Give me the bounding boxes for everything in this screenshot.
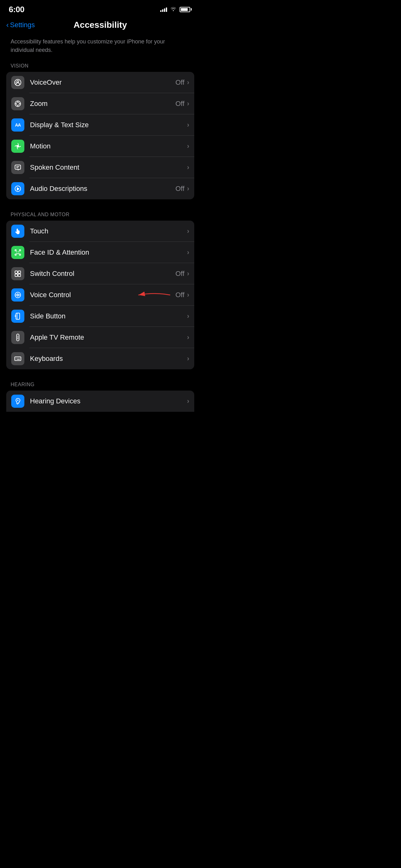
keyboards-chevron-icon: › bbox=[187, 354, 189, 363]
spoken-content-row[interactable]: Spoken Content › bbox=[6, 157, 194, 178]
back-label: Settings bbox=[10, 21, 35, 29]
side-button-label: Side Button bbox=[30, 312, 187, 320]
hearing-group: Hearing Devices › bbox=[6, 391, 194, 412]
voiceover-row[interactable]: VoiceOver Off › bbox=[6, 72, 194, 93]
svg-rect-13 bbox=[20, 250, 21, 251]
touch-label: Touch bbox=[30, 227, 187, 235]
svg-rect-18 bbox=[15, 271, 18, 273]
motion-icon bbox=[11, 140, 24, 153]
section-header-physical-motor: PHYSICAL AND MOTOR bbox=[6, 212, 194, 221]
zoom-row[interactable]: Zoom Off › bbox=[6, 93, 194, 114]
content: Accessibility features help you customiz… bbox=[0, 35, 201, 412]
svg-rect-29 bbox=[15, 357, 21, 361]
apple-tv-remote-label: Apple TV Remote bbox=[30, 333, 187, 342]
battery-icon bbox=[179, 7, 192, 12]
voiceover-icon bbox=[11, 76, 24, 89]
apple-tv-remote-icon bbox=[11, 331, 24, 344]
touch-row[interactable]: Touch › bbox=[6, 221, 194, 242]
voice-control-label: Voice Control bbox=[30, 291, 136, 299]
face-id-row[interactable]: Face ID & Attention › bbox=[6, 242, 194, 263]
switch-control-chevron-icon: › bbox=[187, 270, 189, 278]
zoom-chevron-icon: › bbox=[187, 100, 189, 108]
svg-point-1 bbox=[17, 81, 19, 83]
vision-group: VoiceOver Off › Zoom Off › bbox=[6, 72, 194, 199]
accessibility-description: Accessibility features help you customiz… bbox=[6, 35, 194, 63]
hearing-devices-row[interactable]: Hearing Devices › bbox=[6, 391, 194, 412]
touch-chevron-icon: › bbox=[187, 227, 189, 235]
svg-rect-10 bbox=[15, 165, 21, 169]
svg-point-4 bbox=[16, 102, 20, 105]
spoken-content-icon bbox=[11, 161, 24, 174]
voice-control-chevron-icon: › bbox=[187, 291, 189, 299]
display-text-size-row[interactable]: AA Display & Text Size › bbox=[6, 114, 194, 135]
motion-row[interactable]: Motion › bbox=[6, 135, 194, 157]
section-header-hearing: HEARING bbox=[6, 382, 194, 391]
motion-chevron-icon: › bbox=[187, 142, 189, 150]
face-id-icon bbox=[11, 246, 24, 259]
spoken-content-label: Spoken Content bbox=[30, 163, 187, 172]
side-button-chevron-icon: › bbox=[187, 312, 189, 320]
svg-point-2 bbox=[15, 82, 16, 83]
audio-descriptions-label: Audio Descriptions bbox=[30, 185, 175, 193]
voiceover-chevron-icon: › bbox=[187, 79, 189, 87]
back-button[interactable]: ‹ Settings bbox=[6, 21, 35, 29]
switch-control-icon bbox=[11, 267, 24, 280]
voice-control-icon bbox=[11, 288, 24, 302]
face-id-label: Face ID & Attention bbox=[30, 248, 187, 256]
svg-point-36 bbox=[17, 400, 19, 401]
section-header-vision: VISION bbox=[6, 63, 194, 72]
side-button-icon bbox=[11, 310, 24, 323]
apple-tv-remote-row[interactable]: Apple TV Remote › bbox=[6, 327, 194, 348]
red-arrow-annotation bbox=[136, 290, 173, 299]
display-text-size-chevron-icon: › bbox=[187, 121, 189, 129]
keyboards-icon bbox=[11, 352, 24, 365]
touch-icon bbox=[11, 225, 24, 238]
page-title: Accessibility bbox=[73, 20, 127, 30]
voiceover-value: Off bbox=[175, 79, 185, 87]
svg-rect-24 bbox=[16, 313, 20, 319]
svg-rect-21 bbox=[18, 274, 21, 277]
svg-point-27 bbox=[18, 336, 19, 337]
face-id-chevron-icon: › bbox=[187, 248, 189, 256]
audio-descriptions-value: Off bbox=[175, 185, 185, 193]
audio-descriptions-row[interactable]: Audio Descriptions Off › bbox=[6, 178, 194, 199]
display-text-size-icon: AA bbox=[11, 118, 24, 131]
hearing-devices-label: Hearing Devices bbox=[30, 397, 187, 405]
nav-header: ‹ Settings Accessibility bbox=[0, 17, 201, 35]
motion-label: Motion bbox=[30, 142, 187, 150]
apple-tv-remote-chevron-icon: › bbox=[187, 333, 189, 342]
svg-rect-15 bbox=[20, 254, 21, 255]
svg-rect-12 bbox=[15, 250, 16, 251]
side-button-row[interactable]: Side Button › bbox=[6, 306, 194, 327]
spoken-content-chevron-icon: › bbox=[187, 163, 189, 172]
switch-control-label: Switch Control bbox=[30, 270, 175, 278]
status-bar: 6:00 bbox=[0, 0, 201, 17]
svg-rect-14 bbox=[15, 254, 16, 255]
svg-point-17 bbox=[19, 251, 20, 252]
signal-icon bbox=[160, 7, 167, 12]
hearing-devices-icon bbox=[11, 395, 24, 408]
display-text-size-label: Display & Text Size bbox=[30, 121, 187, 129]
svg-rect-20 bbox=[15, 274, 18, 277]
wifi-icon bbox=[170, 6, 176, 12]
physical-motor-group: Touch › Face ID & Attention › bbox=[6, 221, 194, 369]
svg-point-16 bbox=[16, 251, 18, 252]
status-icons bbox=[160, 6, 192, 12]
zoom-label: Zoom bbox=[30, 100, 175, 108]
zoom-icon bbox=[11, 97, 24, 110]
voice-control-value: Off bbox=[175, 291, 185, 299]
hearing-devices-chevron-icon: › bbox=[187, 397, 189, 405]
switch-control-value: Off bbox=[175, 270, 185, 278]
back-chevron-icon: ‹ bbox=[6, 21, 9, 29]
voiceover-label: VoiceOver bbox=[30, 79, 175, 87]
keyboards-label: Keyboards bbox=[30, 354, 187, 363]
audio-descriptions-icon bbox=[11, 182, 24, 195]
status-time: 6:00 bbox=[9, 5, 24, 14]
zoom-value: Off bbox=[175, 100, 185, 108]
audio-descriptions-chevron-icon: › bbox=[187, 185, 189, 193]
switch-control-row[interactable]: Switch Control Off › bbox=[6, 263, 194, 284]
keyboards-row[interactable]: Keyboards › bbox=[6, 348, 194, 369]
svg-rect-19 bbox=[18, 271, 21, 273]
voice-control-row[interactable]: Voice Control Off › bbox=[6, 284, 194, 306]
